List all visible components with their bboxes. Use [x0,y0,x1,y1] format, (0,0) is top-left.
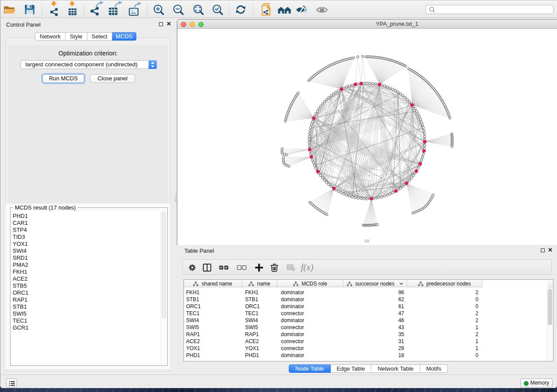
svg-text:f(x): f(x) [301,262,313,272]
